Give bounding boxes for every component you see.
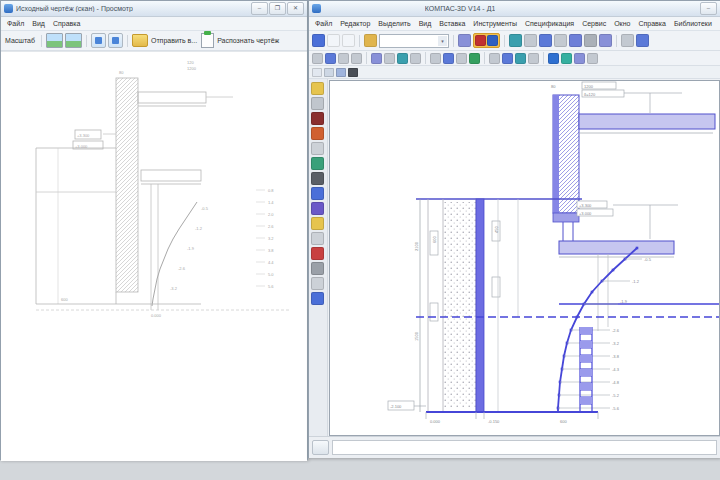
- view-tool-icon-18[interactable]: [561, 53, 572, 64]
- menu-file[interactable]: Файл: [311, 19, 336, 28]
- preview-icon[interactable]: [509, 34, 522, 47]
- compact-panel-button-layers[interactable]: [311, 262, 324, 275]
- compact-panel-button-spec[interactable]: [311, 247, 324, 260]
- compact-panel-button-designations[interactable]: [311, 112, 324, 125]
- open-folder-icon[interactable]: [132, 34, 148, 47]
- grid-icon[interactable]: [584, 34, 597, 47]
- chevron-down-icon[interactable]: ▾: [438, 36, 447, 46]
- left-titlebar[interactable]: Исходный чертёж (скан) - Просмотр – ❐ ✕: [1, 1, 307, 17]
- view-tool-icon-16[interactable]: [528, 53, 539, 64]
- properties-icon[interactable]: [554, 34, 567, 47]
- menu-tools[interactable]: Инструменты: [469, 19, 521, 28]
- recognize-button[interactable]: Распознать чертёж: [217, 37, 279, 44]
- message-bar-icon[interactable]: [312, 440, 329, 455]
- menu-specification[interactable]: Спецификация: [521, 19, 578, 28]
- menu-libraries[interactable]: Библиотеки: [670, 19, 716, 28]
- recognize-doc-icon[interactable]: [201, 33, 214, 48]
- open-icon[interactable]: [327, 34, 340, 47]
- save-icon[interactable]: [342, 34, 355, 47]
- compact-panel-button-macro[interactable]: [311, 277, 324, 290]
- menu-select[interactable]: Выделить: [374, 19, 414, 28]
- view-tool-icon-1[interactable]: [312, 53, 323, 64]
- tab-scroll-left-icon[interactable]: [312, 68, 322, 77]
- kompas-window-title: КОМПАС-3D V14 - Д1: [425, 5, 495, 12]
- view-tool-icon-12[interactable]: [469, 53, 480, 64]
- compact-panel-button-report[interactable]: [311, 217, 324, 230]
- compact-panel-button-selection[interactable]: [311, 172, 324, 185]
- svg-text:δ=120: δ=120: [584, 92, 596, 97]
- zoom-in-icon[interactable]: [91, 33, 106, 48]
- tab-close-icon[interactable]: [348, 68, 358, 77]
- svg-text:3.8: 3.8: [268, 248, 274, 253]
- snap-icon[interactable]: [599, 34, 612, 47]
- rebuild-icon[interactable]: [487, 35, 498, 46]
- kompas-standard-toolbar: ▾: [309, 31, 720, 51]
- paste-icon[interactable]: [539, 34, 552, 47]
- menu-service[interactable]: Сервис: [578, 19, 610, 28]
- image-icon[interactable]: [46, 33, 63, 48]
- close-button[interactable]: ✕: [287, 2, 304, 15]
- compact-panel-button-dimensions[interactable]: [311, 97, 324, 110]
- send-button[interactable]: Отправить в...: [151, 37, 197, 44]
- menu-window[interactable]: Окно: [610, 19, 634, 28]
- zoom-out-icon[interactable]: [108, 33, 123, 48]
- kompas-titlebar[interactable]: КОМПАС-3D V14 - Д1 –: [309, 1, 720, 17]
- image-fit-icon[interactable]: [65, 33, 82, 48]
- view-tool-icon-17[interactable]: [548, 53, 559, 64]
- print-icon[interactable]: [364, 34, 377, 47]
- raster-canvas[interactable]: 120 1200 80 +3.300 +3.000 -0.5 -1.2 -1.9…: [1, 51, 307, 461]
- compact-panel-button-library[interactable]: [311, 292, 324, 305]
- drawing-canvas[interactable]: 1200 δ=120 80 +3.300 +3.000 2100 1500 60…: [329, 80, 720, 436]
- compact-panel-button-raster[interactable]: [311, 232, 324, 245]
- minimize-button[interactable]: –: [251, 2, 268, 15]
- svg-text:0.000: 0.000: [151, 313, 162, 318]
- zoom-window-icon[interactable]: [621, 34, 634, 47]
- view-tool-icon-6[interactable]: [384, 53, 395, 64]
- message-bar-field[interactable]: [332, 440, 717, 455]
- new-doc-icon[interactable]: [312, 34, 325, 47]
- menu-help[interactable]: Справка: [49, 19, 84, 28]
- variables-icon[interactable]: [569, 34, 582, 47]
- menu-view[interactable]: Вид: [28, 19, 49, 28]
- view-tool-icon-7[interactable]: [397, 53, 408, 64]
- view-tool-icon-19[interactable]: [574, 53, 585, 64]
- compact-panel-button-measure[interactable]: [311, 157, 324, 170]
- compact-panel-button-inserts[interactable]: [311, 202, 324, 215]
- tab-scroll-right-icon[interactable]: [324, 68, 334, 77]
- compact-panel-button-views[interactable]: [311, 187, 324, 200]
- view-tool-icon-11[interactable]: [456, 53, 467, 64]
- compact-panel: [309, 79, 328, 436]
- view-tool-icon-5[interactable]: [371, 53, 382, 64]
- minimize-button[interactable]: –: [700, 2, 717, 15]
- view-tool-icon-2[interactable]: [325, 53, 336, 64]
- compact-panel-button-editing[interactable]: [311, 127, 324, 140]
- view-tool-icon-3[interactable]: [338, 53, 349, 64]
- compact-panel-button-geometry[interactable]: [311, 82, 324, 95]
- view-tool-icon-10[interactable]: [443, 53, 454, 64]
- svg-text:+3.300: +3.300: [77, 133, 90, 138]
- compact-panel-button-parametrize[interactable]: [311, 142, 324, 155]
- raster-app-icon: [4, 4, 13, 13]
- view-tool-icon-15[interactable]: [515, 53, 526, 64]
- view-tool-icon-8[interactable]: [410, 53, 421, 64]
- menu-view[interactable]: Вид: [415, 19, 436, 28]
- view-tool-icon-13[interactable]: [489, 53, 500, 64]
- view-tool-icon-20[interactable]: [587, 53, 598, 64]
- document-tab[interactable]: [336, 68, 346, 77]
- kompas-window: КОМПАС-3D V14 - Д1 – Файл Редактор Выдел…: [308, 0, 720, 458]
- zoom-all-icon[interactable]: [636, 34, 649, 47]
- view-tool-icon-9[interactable]: [430, 53, 441, 64]
- menu-insert[interactable]: Вставка: [435, 19, 469, 28]
- zoom-select[interactable]: Масштаб: [5, 37, 35, 44]
- undo-icon[interactable]: [458, 34, 471, 47]
- view-tool-icon-14[interactable]: [502, 53, 513, 64]
- copy-icon[interactable]: [524, 34, 537, 47]
- update-icon[interactable]: [475, 35, 486, 46]
- menu-editor[interactable]: Редактор: [336, 19, 374, 28]
- menu-file[interactable]: Файл: [3, 19, 28, 28]
- maximize-button[interactable]: ❐: [269, 2, 286, 15]
- view-tool-icon-4[interactable]: [351, 53, 362, 64]
- document-combo[interactable]: ▾: [379, 34, 449, 48]
- svg-text:+3.000: +3.000: [75, 144, 88, 149]
- menu-help[interactable]: Справка: [634, 19, 669, 28]
